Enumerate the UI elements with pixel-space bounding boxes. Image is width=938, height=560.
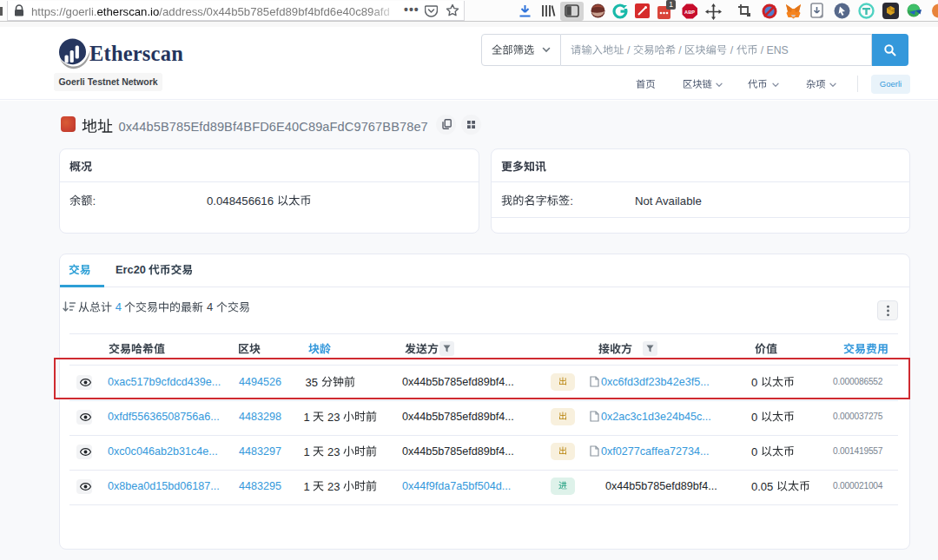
svg-text:ABP: ABP — [684, 10, 695, 15]
